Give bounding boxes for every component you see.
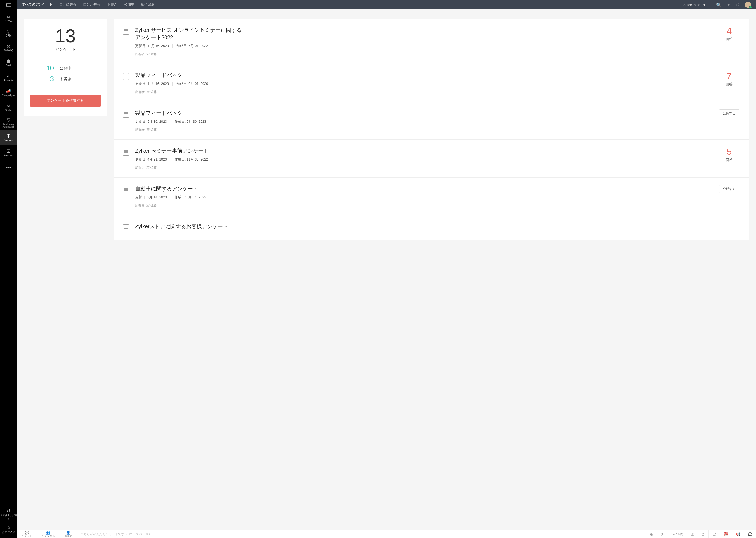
updated-date: 更新日: 4月 21, 2023 — [135, 157, 167, 162]
bb-announce-icon[interactable]: 📢 — [732, 530, 744, 538]
topbar: すべてのアンケート 自分に共有 自分が共有 下書き 公開中 終了済み Selec… — [17, 0, 756, 10]
bb-zia-button[interactable]: Ziaに質問 — [667, 530, 687, 538]
survey-title[interactable]: Zylker セミナー事前アンケート — [135, 147, 246, 154]
projects-icon: ✓ — [7, 74, 11, 79]
bottombar-contacts[interactable]: 👤連絡先 — [60, 531, 77, 537]
survey-row: Zylker セミナー事前アンケート更新日: 4月 21, 2023作成日: 1… — [114, 140, 749, 178]
bottombar-chat[interactable]: 💬チャット — [17, 531, 37, 537]
sidebar-item-home[interactable]: ⌂ホーム — [0, 11, 17, 26]
publish-button[interactable]: 公開する — [719, 109, 739, 117]
content-area: 13 アンケート 10 公開中 3 下書き アンケートを作成する Zylker … — [17, 10, 756, 538]
survey-title[interactable]: Zylker サービス オンラインセミナーに関するアンケート2022 — [135, 26, 246, 41]
created-date: 作成日: 3月 14, 2023 — [174, 195, 206, 200]
created-date: 作成日: 5月 30, 2023 — [174, 119, 206, 124]
updated-date: 更新日: 11月 16, 2023 — [135, 44, 169, 48]
sidebar-item-recent[interactable]: ↺最近使用した項目 — [0, 507, 17, 522]
sidebar-item-favorite[interactable]: ☆お気に入り — [0, 522, 17, 537]
brand-selector[interactable]: Select brand▾ — [683, 3, 705, 7]
tab-drafts[interactable]: 下書き — [107, 0, 117, 10]
publish-button[interactable]: 公開する — [719, 185, 739, 193]
app-sidebar: ⌂ホーム ◎CRM ⊙SalesIQ ☗Desk ✓Projects 📣Camp… — [0, 0, 17, 538]
webinar-icon: ⊡ — [7, 149, 11, 153]
bb-zia-icon[interactable]: ℤ — [687, 530, 697, 538]
document-icon — [123, 111, 129, 118]
response-count: 5 — [727, 147, 732, 156]
social-icon: ∞ — [7, 104, 10, 108]
survey-list: Zylker サービス オンラインセミナーに関するアンケート2022更新日: 1… — [114, 19, 749, 240]
survey-title[interactable]: 自動車に関するアンケート — [135, 185, 246, 192]
tab-closed[interactable]: 終了済み — [141, 0, 155, 10]
create-survey-button[interactable]: アンケートを作成する — [30, 94, 101, 107]
sidebar-item-crm[interactable]: ◎CRM — [0, 26, 17, 40]
survey-owner: 所有者: 宏 佐藤 — [135, 203, 712, 208]
survey-row: 自動車に関するアンケート更新日: 3月 14, 2023作成日: 3月 14, … — [114, 178, 749, 215]
survey-row: Zylker サービス オンラインセミナーに関するアンケート2022更新日: 1… — [114, 19, 749, 64]
user-avatar[interactable] — [745, 2, 751, 8]
channel-icon: 👥 — [46, 531, 50, 535]
total-surveys-count: 13 — [30, 27, 101, 45]
survey-title[interactable]: 製品フィードバック — [135, 72, 246, 79]
desk-icon: ☗ — [7, 59, 11, 64]
settings-icon[interactable]: ⚙ — [736, 2, 740, 7]
survey-row: Zylkerストアに関するお客様アンケート — [114, 215, 749, 240]
topbar-tabs: すべてのアンケート 自分に共有 自分が共有 下書き 公開中 終了済み — [22, 0, 155, 10]
bb-target-icon[interactable]: ◉ — [646, 530, 656, 538]
created-date: 作成日: 9月 01, 2020 — [176, 81, 208, 86]
bb-alarm-icon[interactable]: ⏰ — [720, 530, 732, 538]
chevron-down-icon: ▾ — [703, 3, 705, 7]
survey-row: 製品フィードバック更新日: 5月 30, 2023作成日: 5月 30, 202… — [114, 102, 749, 140]
response-label: 回答 — [726, 37, 732, 41]
response-count: 7 — [727, 72, 732, 81]
crm-icon: ◎ — [7, 29, 11, 34]
sidebar-item-social[interactable]: ∞Social — [0, 100, 17, 115]
tab-shared-with-me[interactable]: 自分に共有 — [59, 0, 76, 10]
add-icon[interactable]: ＋ — [727, 2, 731, 8]
survey-owner: 所有者: 宏 佐藤 — [135, 128, 712, 132]
response-label: 回答 — [726, 158, 732, 162]
bottombar: 💬チャット 👥チャンネル 👤連絡先 こちらがかんたんチャットです（Ctrl + … — [17, 530, 756, 538]
document-icon — [123, 187, 129, 193]
created-date: 作成日: 6月 01, 2022 — [176, 44, 208, 48]
sidebar-item-survey[interactable]: ❋Survey — [0, 130, 17, 145]
sidebar-collapse-icon[interactable] — [6, 0, 11, 11]
bb-note-icon[interactable]: 🗎 — [697, 530, 708, 538]
survey-row: 製品フィードバック更新日: 11月 16, 2023作成日: 9月 01, 20… — [114, 64, 749, 102]
document-icon — [123, 149, 129, 155]
updated-date: 更新日: 5月 30, 2023 — [135, 119, 167, 124]
sidebar-item-campaigns[interactable]: 📣Campaigns — [0, 85, 17, 100]
search-icon[interactable]: 🔍 — [716, 2, 721, 7]
quick-chat-input[interactable]: こちらがかんたんチャットです（Ctrl + スペース） — [77, 530, 646, 538]
star-icon: ☆ — [7, 525, 11, 530]
tab-published[interactable]: 公開中 — [124, 0, 134, 10]
sidebar-item-more[interactable]: ••• — [0, 160, 17, 175]
document-icon — [123, 73, 129, 80]
bb-headset-icon[interactable]: 🎧 — [744, 530, 756, 538]
campaigns-icon: 📣 — [6, 89, 12, 93]
sidebar-item-webinar[interactable]: ⊡Webinar — [0, 145, 17, 160]
sidebar-item-projects[interactable]: ✓Projects — [0, 71, 17, 85]
summary-card: 13 アンケート 10 公開中 3 下書き アンケートを作成する — [24, 19, 107, 116]
stat-draft: 3 下書き — [30, 75, 101, 83]
tab-all-surveys[interactable]: すべてのアンケート — [22, 0, 53, 10]
updated-date: 更新日: 11月 16, 2023 — [135, 81, 169, 86]
survey-owner: 所有者: 宏 佐藤 — [135, 90, 712, 94]
sidebar-item-marketing[interactable]: ▽Marketing Automation — [0, 115, 17, 130]
sidebar-item-desk[interactable]: ☗Desk — [0, 55, 17, 71]
tab-shared-by-me[interactable]: 自分が共有 — [83, 0, 100, 10]
survey-title[interactable]: Zylkerストアに関するお客様アンケート — [135, 223, 246, 230]
bb-screen-icon[interactable]: 🖵 — [708, 530, 720, 538]
recent-icon: ↺ — [7, 509, 11, 513]
salesiq-icon: ⊙ — [7, 44, 11, 49]
stat-published: 10 公開中 — [30, 64, 101, 72]
total-surveys-label: アンケート — [30, 47, 101, 52]
bottombar-channel[interactable]: 👥チャンネル — [37, 531, 60, 537]
sidebar-item-salesiq[interactable]: ⊙SalesIQ — [0, 40, 17, 55]
home-icon: ⌂ — [7, 14, 10, 19]
document-icon — [123, 28, 129, 35]
bb-plug-icon[interactable]: ⚲ — [656, 530, 667, 538]
survey-title[interactable]: 製品フィードバック — [135, 109, 246, 117]
response-label: 回答 — [726, 82, 732, 87]
updated-date: 更新日: 3月 14, 2023 — [135, 195, 167, 200]
created-date: 作成日: 11月 30, 2022 — [174, 157, 208, 162]
contacts-icon: 👤 — [66, 531, 71, 535]
